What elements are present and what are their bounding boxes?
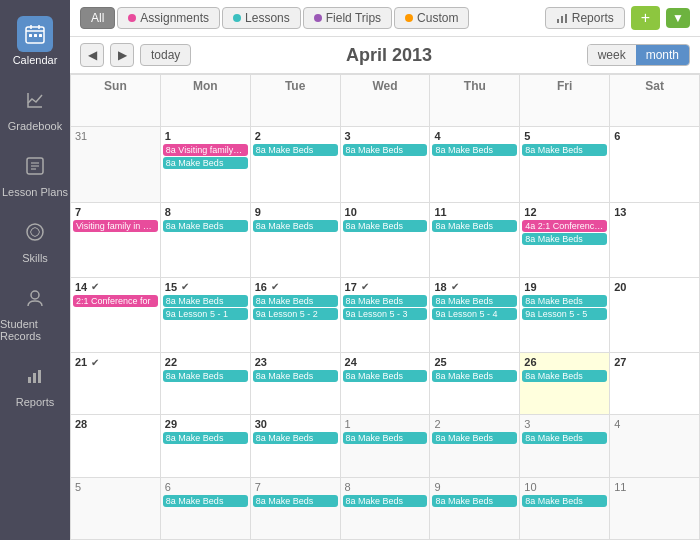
cal-cell[interactable]: 98a Make Beds	[430, 478, 520, 540]
reports-button[interactable]: Reports	[545, 7, 625, 29]
cal-cell[interactable]: 11	[610, 478, 700, 540]
calendar-event[interactable]: 9a Lesson 5 - 5	[522, 308, 607, 320]
calendar-event[interactable]: 8a Make Beds	[432, 370, 517, 382]
cal-cell[interactable]: 7Visiting family in Tampa	[71, 203, 161, 278]
cal-cell[interactable]: 5	[71, 478, 161, 540]
calendar-event[interactable]: 8a Make Beds	[343, 370, 428, 382]
calendar-event[interactable]: 9a Lesson 5 - 2	[253, 308, 338, 320]
sidebar-item-records[interactable]: Student Records	[0, 272, 70, 350]
calendar-event[interactable]: 8a Make Beds	[163, 432, 248, 444]
prev-button[interactable]: ◀	[80, 43, 104, 67]
calendar-event[interactable]: 9a Lesson 5 - 3	[343, 308, 428, 320]
calendar-event[interactable]: 8a Make Beds	[522, 233, 607, 245]
calendar-event[interactable]: 9a Lesson 5 - 1	[163, 308, 248, 320]
calendar-event[interactable]: 8a Make Beds	[343, 220, 428, 232]
calendar-event[interactable]: 8a Make Beds	[163, 370, 248, 382]
calendar-event[interactable]: 8a Make Beds	[253, 295, 338, 307]
cal-cell[interactable]: 28	[71, 415, 161, 477]
calendar-event[interactable]: 9a Lesson 5 - 4	[432, 308, 517, 320]
cal-cell[interactable]: 98a Make Beds	[251, 203, 341, 278]
sidebar-item-reports[interactable]: Reports	[0, 350, 70, 416]
cal-cell[interactable]: 298a Make Beds	[161, 415, 251, 477]
cal-cell[interactable]: 88a Make Beds	[341, 478, 431, 540]
calendar-event[interactable]: 8a Make Beds	[253, 370, 338, 382]
calendar-event[interactable]: 8a Visiting family in Tampa	[163, 144, 248, 156]
filter-all[interactable]: All	[80, 7, 115, 29]
cal-cell[interactable]: 4	[610, 415, 700, 477]
cal-cell[interactable]: 308a Make Beds	[251, 415, 341, 477]
calendar-event[interactable]: 8a Make Beds	[343, 495, 428, 507]
calendar-event[interactable]: 8a Make Beds	[163, 220, 248, 232]
cal-cell[interactable]: 6	[610, 127, 700, 202]
calendar-event[interactable]: 8a Make Beds	[343, 295, 428, 307]
cal-cell[interactable]: 31	[71, 127, 161, 202]
cal-cell[interactable]: 27	[610, 353, 700, 415]
calendar-event[interactable]: 8a Make Beds	[163, 157, 248, 169]
calendar-event[interactable]: 8a Make Beds	[522, 495, 607, 507]
calendar-event[interactable]: 8a Make Beds	[253, 144, 338, 156]
cal-cell[interactable]: 108a Make Beds	[341, 203, 431, 278]
filter-custom[interactable]: Custom	[394, 7, 469, 29]
calendar-event[interactable]: 8a Make Beds	[163, 495, 248, 507]
filter-fieldtrips[interactable]: Field Trips	[303, 7, 392, 29]
cal-cell[interactable]: 20	[610, 278, 700, 353]
cal-cell[interactable]: 238a Make Beds	[251, 353, 341, 415]
calendar-event[interactable]: 8a Make Beds	[522, 432, 607, 444]
cal-cell[interactable]: 198a Make Beds9a Lesson 5 - 5	[520, 278, 610, 353]
calendar-event[interactable]: 8a Make Beds	[253, 432, 338, 444]
calendar-event[interactable]: 8a Make Beds	[163, 295, 248, 307]
cal-cell[interactable]: 38a Make Beds	[341, 127, 431, 202]
calendar-event[interactable]: 8a Make Beds	[432, 295, 517, 307]
calendar-event[interactable]: Visiting family in Tampa	[73, 220, 158, 232]
cal-cell[interactable]: 268a Make Beds	[520, 353, 610, 415]
calendar-event[interactable]: 8a Make Beds	[522, 295, 607, 307]
sidebar-item-lessonplans[interactable]: Lesson Plans	[0, 140, 70, 206]
cal-cell[interactable]: 228a Make Beds	[161, 353, 251, 415]
week-view-button[interactable]: week	[588, 45, 636, 65]
next-button[interactable]: ▶	[110, 43, 134, 67]
cal-cell[interactable]: 88a Make Beds	[161, 203, 251, 278]
cal-cell[interactable]: 18a Visiting family in Tampa8a Make Beds	[161, 127, 251, 202]
cal-cell[interactable]: 58a Make Beds	[520, 127, 610, 202]
sidebar-item-gradebook[interactable]: Gradebook	[0, 74, 70, 140]
cal-cell[interactable]: 28a Make Beds	[430, 415, 520, 477]
calendar-event[interactable]: 8a Make Beds	[253, 220, 338, 232]
calendar-event[interactable]: 8a Make Beds	[432, 220, 517, 232]
cal-cell[interactable]: 118a Make Beds	[430, 203, 520, 278]
cal-cell[interactable]: 13	[610, 203, 700, 278]
cal-cell[interactable]: 258a Make Beds	[430, 353, 520, 415]
filter-assignments[interactable]: Assignments	[117, 7, 220, 29]
cal-cell[interactable]: 18✔8a Make Beds9a Lesson 5 - 4	[430, 278, 520, 353]
cal-cell[interactable]: 48a Make Beds	[430, 127, 520, 202]
cal-cell[interactable]: 17✔8a Make Beds9a Lesson 5 - 3	[341, 278, 431, 353]
month-view-button[interactable]: month	[636, 45, 689, 65]
calendar-event[interactable]: 8a Make Beds	[343, 144, 428, 156]
cal-cell[interactable]: 108a Make Beds	[520, 478, 610, 540]
add-dropdown-button[interactable]: ▼	[666, 8, 690, 28]
calendar-event[interactable]: 8a Make Beds	[522, 370, 607, 382]
cal-cell[interactable]: 78a Make Beds	[251, 478, 341, 540]
calendar-event[interactable]: 8a Make Beds	[343, 432, 428, 444]
cal-cell[interactable]: 124a 2:1 Conference for Mama8a Make Beds	[520, 203, 610, 278]
calendar-event[interactable]: 8a Make Beds	[432, 432, 517, 444]
cal-cell[interactable]: 16✔8a Make Beds9a Lesson 5 - 2	[251, 278, 341, 353]
sidebar-item-calendar[interactable]: Calendar	[0, 8, 70, 74]
add-event-button[interactable]: +	[631, 6, 660, 30]
cal-cell[interactable]: 248a Make Beds	[341, 353, 431, 415]
filter-lessons[interactable]: Lessons	[222, 7, 301, 29]
cal-cell[interactable]: 28a Make Beds	[251, 127, 341, 202]
cal-cell[interactable]: 21✔	[71, 353, 161, 415]
cal-cell[interactable]: 15✔8a Make Beds9a Lesson 5 - 1	[161, 278, 251, 353]
sidebar-item-skills[interactable]: Skills	[0, 206, 70, 272]
calendar-event[interactable]: 8a Make Beds	[432, 144, 517, 156]
calendar-event[interactable]: 8a Make Beds	[432, 495, 517, 507]
today-button[interactable]: today	[140, 44, 191, 66]
cal-cell[interactable]: 38a Make Beds	[520, 415, 610, 477]
cal-cell[interactable]: 14✔2:1 Conference for	[71, 278, 161, 353]
calendar-event[interactable]: 8a Make Beds	[253, 495, 338, 507]
cal-cell[interactable]: 18a Make Beds	[341, 415, 431, 477]
calendar-event[interactable]: 8a Make Beds	[522, 144, 607, 156]
calendar-event[interactable]: 4a 2:1 Conference for Mama	[522, 220, 607, 232]
cal-cell[interactable]: 68a Make Beds	[161, 478, 251, 540]
calendar-event[interactable]: 2:1 Conference for	[73, 295, 158, 307]
